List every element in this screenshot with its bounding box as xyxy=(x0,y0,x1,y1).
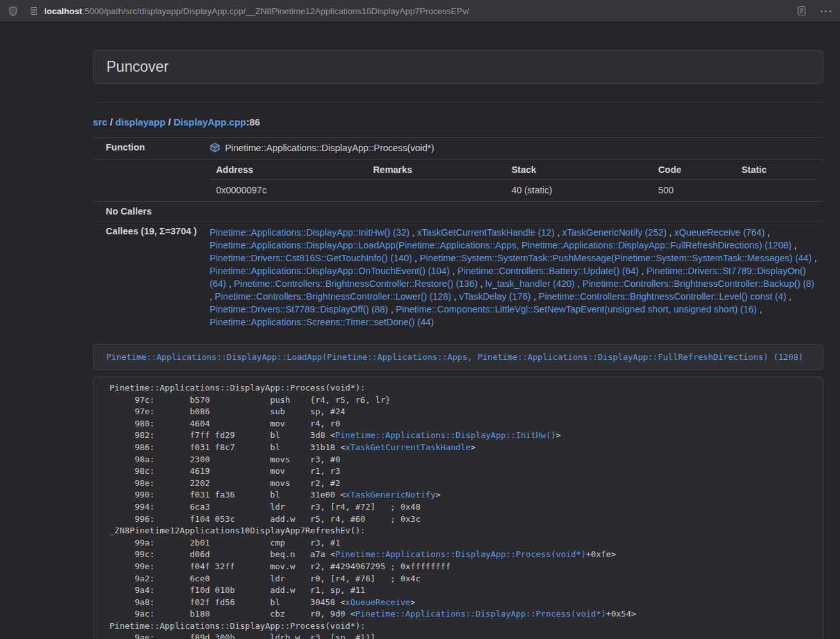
callee-separator: , xyxy=(477,279,485,289)
address-table-value xyxy=(735,180,817,197)
callee-link[interactable]: lv_task_handler (420) xyxy=(485,279,574,289)
address-table-value: 500 xyxy=(652,180,735,197)
address-table-value: 0x0000097c xyxy=(210,180,366,197)
address-table-value: 40 (static) xyxy=(505,180,652,197)
code-symbol-link[interactable]: Pinetime::Applications::DisplayApp::Init… xyxy=(335,430,556,440)
callee-separator: , xyxy=(554,227,562,238)
column-header: Remarks xyxy=(366,165,505,180)
callee-separator: , xyxy=(409,227,417,238)
app-title: Puncover xyxy=(106,58,810,76)
callee-link[interactable]: Pinetime::Applications::DisplayApp::Load… xyxy=(210,240,791,250)
address-table-value xyxy=(366,180,505,197)
callee-link[interactable]: Pinetime::System::SystemTask::PushMessag… xyxy=(420,253,812,263)
code-symbol-link[interactable]: Pinetime::Applications::DisplayApp::Proc… xyxy=(356,609,606,619)
callee-link[interactable]: vTaskDelay (176) xyxy=(459,291,531,302)
url-text: localhost:5000/path/src/displayapp/Displ… xyxy=(44,6,469,16)
code-symbol-link[interactable]: xQueueReceive xyxy=(345,597,411,607)
code-panel: Pinetime::Applications::DisplayApp::Proc… xyxy=(93,376,823,639)
callees-row: Callees (19, Σ=3704 ) Pinetime::Applicat… xyxy=(93,222,823,334)
url-bar[interactable]: localhost:5000/path/src/displayapp/Displ… xyxy=(29,6,796,16)
callee-link[interactable]: Pinetime::Components::LittleVgl::SetNewT… xyxy=(396,304,757,314)
shield-icon[interactable] xyxy=(8,6,19,17)
breadcrumb-separator: / xyxy=(108,117,116,127)
breadcrumb: src / displayapp / DisplayApp.cpp:86 xyxy=(93,117,823,127)
callee-separator: , xyxy=(757,304,762,314)
code-symbol-link[interactable]: xTaskGetCurrentTaskHandle xyxy=(345,442,471,452)
no-callers-row: No Callers xyxy=(93,202,823,222)
code-symbol-link[interactable]: xTaskGenericNotify xyxy=(345,490,436,499)
symbol-panel-link[interactable]: Pinetime::Applications::DisplayApp::Load… xyxy=(106,352,803,362)
code-symbol-link[interactable]: Pinetime::Applications::DisplayApp::Proc… xyxy=(335,549,586,559)
callee-separator: , xyxy=(575,279,582,289)
callee-separator: , xyxy=(765,227,770,238)
callee-separator: , xyxy=(639,266,646,276)
column-header: Stack xyxy=(505,165,652,180)
breadcrumb-link[interactable]: DisplayApp.cpp xyxy=(174,117,246,127)
callees-label: Callees (19, Σ=3704 ) xyxy=(93,222,203,334)
callee-separator: , xyxy=(388,304,396,314)
callee-separator: , xyxy=(450,266,457,276)
column-header: Code xyxy=(652,165,735,180)
callee-link[interactable]: Pinetime::Applications::Screens::Timer::… xyxy=(210,317,434,327)
callee-separator: , xyxy=(412,253,420,263)
address-table: AddressRemarksStackCodeStatic 0x0000097c… xyxy=(210,165,817,197)
browser-chrome: localhost:5000/path/src/displayapp/Displ… xyxy=(0,0,840,22)
callee-link[interactable]: Pinetime::Applications::DisplayApp::OnTo… xyxy=(210,266,450,276)
no-callers-label: No Callers xyxy=(93,202,203,222)
symbol-name: Pinetime::Applications::DisplayApp::Proc… xyxy=(225,143,434,153)
address-table-data-row: 0x0000097c40 (static)500 xyxy=(210,180,817,197)
callees-list: Pinetime::Applications::DisplayApp::Init… xyxy=(203,222,823,334)
breadcrumb-separator: :86 xyxy=(246,117,260,127)
function-icon xyxy=(210,142,220,155)
callee-link[interactable]: xQueueReceive (764) xyxy=(674,227,764,238)
function-table: Function Pinetime::Applications::Display… xyxy=(93,137,823,333)
callee-separator: , xyxy=(210,291,215,302)
menu-icon[interactable]: ⋯ xyxy=(819,4,832,17)
callee-link[interactable]: Pinetime::Drivers::Cst816S::GetTouchInfo… xyxy=(210,253,412,263)
callee-separator: , xyxy=(531,291,538,302)
no-callers-cell xyxy=(203,202,823,222)
callee-separator: , xyxy=(666,227,674,238)
callee-link[interactable]: Pinetime::Applications::DisplayApp::Init… xyxy=(210,227,409,238)
divider xyxy=(93,102,823,102)
function-row: Function Pinetime::Applications::Display… xyxy=(93,138,823,160)
callee-link[interactable]: xTaskGetCurrentTaskHandle (12) xyxy=(417,227,554,238)
function-symbol-cell: Pinetime::Applications::DisplayApp::Proc… xyxy=(203,138,823,160)
callee-separator: , xyxy=(451,291,459,302)
breadcrumb-link[interactable]: src xyxy=(93,117,108,127)
symbol-panel: Pinetime::Applications::DisplayApp::Load… xyxy=(93,344,823,370)
callee-separator: , xyxy=(791,240,796,250)
function-label: Function xyxy=(93,138,203,160)
callee-link[interactable]: Pinetime::Controllers::BrightnessControl… xyxy=(215,291,451,302)
app-header-panel: Puncover xyxy=(93,50,823,84)
callee-link[interactable]: xTaskGenericNotify (252) xyxy=(563,227,667,238)
breadcrumb-link[interactable]: displayapp xyxy=(115,117,165,127)
callee-separator: , xyxy=(226,279,234,289)
callee-link[interactable]: Pinetime::Controllers::BrightnessControl… xyxy=(234,279,477,289)
callee-link[interactable]: Pinetime::Controllers::BrightnessControl… xyxy=(582,279,814,289)
url-host: localhost xyxy=(44,6,82,16)
breadcrumb-separator: / xyxy=(165,117,174,127)
callee-link[interactable]: Pinetime::Drivers::St7789::DisplayOff() … xyxy=(210,304,388,314)
page-icon xyxy=(29,6,38,15)
reader-mode-icon[interactable] xyxy=(796,6,807,16)
callee-link[interactable]: Pinetime::Controllers::Battery::Update()… xyxy=(457,266,639,276)
url-path: :5000/path/src/displayapp/DisplayApp.cpp… xyxy=(82,6,469,16)
column-header: Address xyxy=(210,165,366,180)
callee-separator: , xyxy=(812,253,817,263)
address-table-head-row: AddressRemarksStackCodeStatic xyxy=(210,165,817,180)
address-table-cell: AddressRemarksStackCodeStatic 0x0000097c… xyxy=(203,160,823,202)
callee-link[interactable]: Pinetime::Controllers::BrightnessControl… xyxy=(538,291,786,302)
details-row-spacer xyxy=(93,160,203,202)
column-header: Static xyxy=(735,165,817,180)
callee-separator: , xyxy=(786,291,791,302)
disassembly-code: Pinetime::Applications::DisplayApp::Proc… xyxy=(93,376,823,639)
details-row: AddressRemarksStackCodeStatic 0x0000097c… xyxy=(93,160,823,202)
main-content: Puncover src / displayapp / DisplayApp.c… xyxy=(93,50,823,639)
